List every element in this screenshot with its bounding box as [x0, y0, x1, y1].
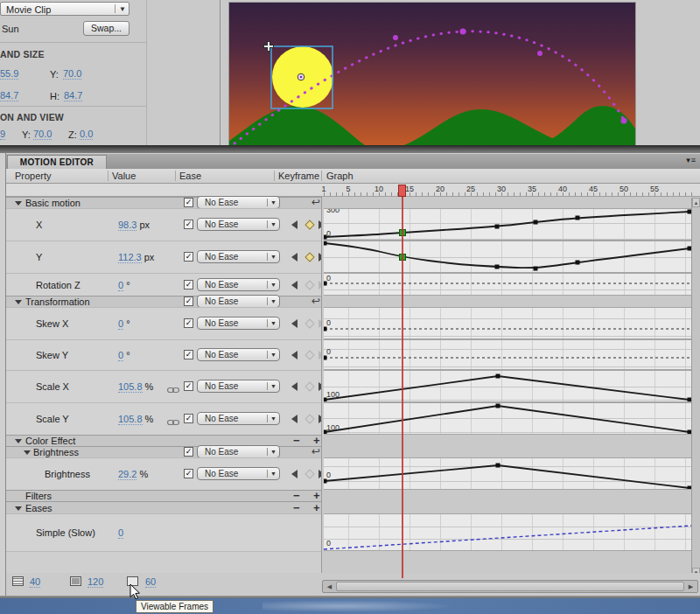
playhead-handle[interactable] [398, 185, 406, 197]
row-skew-y[interactable]: Skew Y 0° ✓ No Ease▼ [6, 339, 321, 370]
enable-checkbox[interactable]: ✓ [184, 381, 193, 391]
enable-checkbox[interactable]: ✓ [184, 414, 193, 423]
scale-x-value[interactable]: 105.8 [118, 381, 143, 393]
x-value[interactable]: 98.3 [118, 220, 136, 231]
row-x[interactable]: X 98.3px ✓ No Ease▼ [6, 208, 321, 241]
keyframe-diamond-icon[interactable] [304, 220, 314, 229]
prev-keyframe-icon[interactable] [291, 470, 298, 478]
graph-track-brightness[interactable]: 0 [324, 457, 691, 490]
keyframe-diamond-icon[interactable] [304, 414, 314, 423]
prev-keyframe-icon[interactable] [291, 382, 298, 391]
enable-checkbox[interactable]: ✓ [184, 198, 193, 207]
ease-dropdown[interactable]: No Ease▼ [197, 380, 280, 393]
row-basic-motion[interactable]: Basic motion ✓ No Ease▼ ↩ [6, 197, 321, 208]
prev-keyframe-icon[interactable] [291, 351, 298, 359]
row-eases[interactable]: Eases − + [6, 501, 321, 513]
graph-size-icon[interactable] [12, 576, 24, 586]
keyframe-diamond-icon[interactable] [304, 469, 314, 478]
graph-track-y[interactable] [324, 241, 691, 273]
y3d-value[interactable]: 70.0 [33, 129, 52, 140]
add-ease-icon[interactable]: + [313, 501, 320, 514]
link-scale-icon[interactable] [167, 382, 179, 398]
keyframe-diamond-icon[interactable] [304, 252, 314, 262]
enable-checkbox[interactable]: ✓ [184, 220, 193, 229]
height-value[interactable]: 84.7 [64, 91, 82, 101]
playhead-line[interactable] [402, 197, 403, 578]
row-brightness-group[interactable]: Brightness ✓ No Ease▼ ↩ [6, 446, 321, 457]
row-y[interactable]: Y 112.3px ✓ No Ease▼ [6, 241, 321, 273]
motion-path-keypoints[interactable] [298, 29, 627, 124]
graph-track-scale-y[interactable]: 100 [324, 402, 691, 435]
keyframe-diamond-icon[interactable] [304, 381, 314, 391]
scrollbar-thumb[interactable] [336, 582, 684, 591]
tab-motion-editor[interactable]: MOTION EDITOR [7, 155, 107, 170]
prev-keyframe-icon[interactable] [291, 253, 298, 262]
reset-values-icon[interactable]: ↩ [312, 196, 320, 208]
swap-button[interactable]: Swap... [83, 21, 130, 36]
enable-checkbox[interactable]: ✓ [184, 280, 193, 290]
collapse-triangle-icon[interactable] [15, 201, 22, 206]
reset-values-icon[interactable]: ↩ [312, 445, 320, 457]
column-separator[interactable] [175, 171, 176, 181]
prev-keyframe-icon[interactable] [291, 415, 298, 423]
symbol-type-dropdown[interactable]: Movie Clip ▼ [0, 2, 130, 16]
collapse-triangle-icon[interactable] [15, 506, 22, 511]
row-brightness[interactable]: Brightness 29.2% ✓ No Ease▼ [6, 457, 321, 490]
scale-y-value[interactable]: 105.8 [118, 414, 143, 425]
prev-keyframe-icon[interactable] [291, 319, 298, 328]
enable-checkbox[interactable]: ✓ [184, 252, 193, 262]
vertical-scrollbar[interactable]: ▲ ▼ [691, 198, 700, 577]
collapse-triangle-icon[interactable] [15, 439, 22, 443]
ease-dropdown[interactable]: No Ease▼ [197, 250, 280, 263]
graph-track-skew-x[interactable]: 0 [324, 307, 691, 339]
ease-dropdown[interactable]: No Ease▼ [197, 196, 280, 209]
row-rotation-z[interactable]: Rotation Z 0° ✓ No Ease▼ [6, 273, 321, 296]
skew-y-value[interactable]: 0 [118, 350, 123, 361]
graph-track-scale-x[interactable]: 100 [324, 370, 691, 402]
rotation-value[interactable]: 0 [118, 280, 123, 291]
skew-x-value[interactable]: 0 [118, 318, 123, 330]
ease-dropdown[interactable]: No Ease▼ [197, 295, 280, 308]
keyframe-diamond-icon[interactable] [304, 318, 314, 328]
prev-keyframe-icon[interactable] [291, 220, 298, 229]
reset-values-icon[interactable]: ↩ [312, 295, 320, 307]
expanded-graph-size-icon[interactable] [70, 576, 81, 586]
column-separator[interactable] [108, 171, 108, 181]
x-position-value[interactable]: 55.9 [0, 69, 18, 80]
row-skew-x[interactable]: Skew X 0° ✓ No Ease▼ [6, 307, 321, 339]
ease-dropdown[interactable]: No Ease▼ [197, 445, 280, 458]
scroll-right-icon[interactable]: ▶ [685, 582, 696, 591]
row-scale-x[interactable]: Scale X 105.8% ✓ No Ease▼ [6, 370, 321, 402]
panel-menu-icon[interactable]: ▾≡ [686, 156, 696, 164]
graph-track-rotation-z[interactable]: 0 [324, 273, 691, 296]
frame-ruler[interactable]: 1510152025303540455055 [6, 184, 700, 197]
z3d-value[interactable]: 0.0 [80, 129, 93, 140]
scroll-up-icon[interactable]: ▲ [692, 198, 700, 207]
expanded-graph-size-value[interactable]: 120 [88, 577, 103, 588]
ease-dropdown[interactable]: No Ease▼ [197, 317, 280, 330]
link-scale-icon[interactable] [167, 415, 179, 430]
row-scale-y[interactable]: Scale Y 105.8% ✓ No Ease▼ [6, 402, 321, 435]
graph-track-x[interactable]: 3000 [324, 208, 691, 241]
graph-size-value[interactable]: 40 [30, 577, 40, 588]
enable-checkbox[interactable]: ✓ [184, 318, 193, 328]
row-simple-slow[interactable]: Simple (Slow) 0 [6, 513, 321, 551]
y-position-value[interactable]: 70.0 [63, 69, 81, 80]
column-separator[interactable] [274, 171, 275, 181]
enable-checkbox[interactable]: ✓ [184, 297, 193, 306]
enable-checkbox[interactable]: ✓ [184, 350, 193, 359]
width-value[interactable]: 84.7 [0, 91, 18, 101]
prev-keyframe-icon[interactable] [291, 281, 298, 290]
y-value[interactable]: 112.3 [118, 252, 142, 263]
graph-track-simple-slow[interactable]: 0 [324, 513, 691, 551]
ease-strength-value[interactable]: 0 [118, 527, 123, 539]
ease-dropdown[interactable]: No Ease▼ [197, 218, 280, 231]
collapse-triangle-icon[interactable] [24, 450, 31, 455]
column-separator[interactable] [321, 171, 322, 181]
graph-track-skew-y[interactable]: 0 [324, 339, 691, 370]
horizontal-scrollbar[interactable]: ◀ ▶ [322, 580, 698, 593]
ease-dropdown[interactable]: No Ease▼ [197, 467, 280, 480]
enable-checkbox[interactable]: ✓ [184, 469, 193, 478]
remove-ease-icon[interactable]: − [293, 501, 300, 514]
row-transformation[interactable]: Transformation ✓ No Ease▼ ↩ [6, 296, 321, 307]
